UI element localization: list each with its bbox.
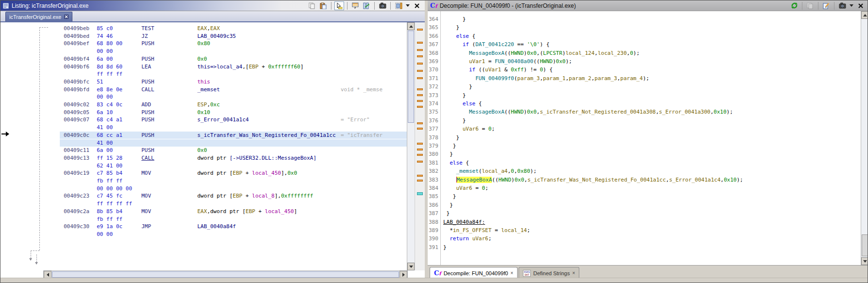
- marker-tick[interactable]: [417, 63, 423, 65]
- listing-row[interactable]: 00409c23c7 45 fcMOVdword ptr [EBP + loca…: [0, 192, 407, 200]
- listing-row[interactable]: 00409c30e9 1a 0cJMPLAB_0040a84f: [0, 223, 407, 231]
- listing-vertical-scrollbar[interactable]: [407, 22, 415, 270]
- listing-row[interactable]: 00409c0768 c4 a1PUSHs_Error_0041a1c4= "E…: [0, 116, 407, 124]
- code-line[interactable]: 379 }: [428, 142, 860, 150]
- code-line[interactable]: 375 MessageBoxA((HWND)0x0,s_icTransfer_N…: [428, 108, 860, 116]
- scrollbar-thumb[interactable]: [52, 271, 399, 278]
- code-line[interactable]: 378 }: [428, 133, 860, 142]
- listing-row[interactable]: 00409c0c68 cc a1PUSHs_icTransfer_Was_Not…: [0, 132, 407, 139]
- tab-defined-strings[interactable]: 0101DATDefined Strings×: [519, 267, 579, 279]
- listing-row[interactable]: 41 00: [0, 124, 407, 132]
- listing-row[interactable]: 00409bf68d 8d 60LEAthis=>local_a4,[EBP +…: [0, 63, 407, 71]
- listing-row[interactable]: 00409bf46a 00PUSH0x0: [0, 55, 407, 63]
- marker-tick[interactable]: [417, 175, 423, 177]
- listing-row[interactable]: ff ff ff ff: [0, 200, 407, 208]
- paste-button[interactable]: [318, 1, 328, 10]
- listing-row[interactable]: 41 00: [0, 139, 407, 147]
- marker-tick[interactable]: [417, 143, 423, 145]
- scroll-up-button[interactable]: [861, 11, 868, 19]
- scroll-left-button[interactable]: [44, 271, 52, 278]
- tab-decompile-fun-004099f0[interactable]: CfDecompile: FUN_004099f0×: [430, 267, 518, 279]
- edit-button[interactable]: [821, 1, 831, 10]
- listing-row[interactable]: 00409bed74 46JZLAB_00409c35: [0, 33, 407, 40]
- dropdown-arrow-icon[interactable]: [406, 4, 410, 7]
- code-line[interactable]: 387 }: [428, 209, 860, 217]
- marker-tick[interactable]: [417, 88, 423, 90]
- marker-tick[interactable]: [417, 70, 423, 72]
- code-line[interactable]: 386 }: [428, 201, 860, 209]
- cursor-tool-button[interactable]: [334, 1, 344, 10]
- marker-tick-cyan[interactable]: [417, 192, 423, 195]
- code-line[interactable]: 373 }: [428, 91, 860, 100]
- tab-close-icon[interactable]: ×: [572, 270, 575, 276]
- listing-row[interactable]: 00409bfde8 8e 0eCALL_memsetvoid * _memse: [0, 86, 407, 94]
- code-line[interactable]: 369 uVar1 = FUN_00408a00((HWND)0x0);: [428, 57, 860, 66]
- code-line[interactable]: 382 _memset(local_a4,0,0x80);: [428, 167, 860, 175]
- listing-row[interactable]: 00409c116a 00PUSH0x0: [0, 147, 407, 154]
- scrollbar-thumb[interactable]: [862, 234, 868, 256]
- marker-tick[interactable]: [417, 180, 423, 182]
- copy-button[interactable]: [805, 1, 815, 10]
- scroll-down-button[interactable]: [861, 257, 868, 265]
- marker-tick[interactable]: [417, 55, 423, 57]
- close-decompile-button[interactable]: [856, 1, 866, 10]
- scroll-right-button[interactable]: [399, 271, 407, 278]
- marker-tick[interactable]: [417, 100, 423, 102]
- marker-tick[interactable]: [417, 29, 423, 31]
- listing-row[interactable]: 00 00: [0, 48, 407, 55]
- marker-tick[interactable]: [417, 49, 423, 51]
- copy-button[interactable]: [307, 1, 317, 10]
- listing-row[interactable]: 00409bef68 80 00PUSH0x80: [0, 40, 407, 48]
- code-line[interactable]: 368 MessageBoxA((HWND)0x0,(LPCSTR)local_…: [428, 49, 860, 57]
- tab-ictransferoriginal[interactable]: icTransferOriginal.exe: [5, 12, 72, 21]
- listing-row[interactable]: 00 00: [0, 231, 407, 238]
- code-line[interactable]: 383 MessageBoxA((HWND)0x0,s_icTransfer_W…: [428, 176, 860, 184]
- marker-tick[interactable]: [417, 161, 423, 163]
- code-line[interactable]: 372 }: [428, 83, 860, 91]
- tab-close-icon[interactable]: ×: [510, 270, 513, 276]
- code-line[interactable]: 365 }: [428, 23, 860, 32]
- scroll-up-button[interactable]: [407, 22, 415, 30]
- code-line[interactable]: 384 uVar6 = 0;: [428, 184, 860, 192]
- code-line[interactable]: 380 }: [428, 150, 860, 158]
- marker-margin[interactable]: [415, 22, 425, 270]
- marker-tick[interactable]: [417, 122, 423, 124]
- code-line[interactable]: 389 *in_FS_OFFSET = local_14;: [428, 226, 860, 234]
- listing-row[interactable]: ff ff ff: [0, 70, 407, 78]
- code-line[interactable]: 391}: [428, 243, 860, 251]
- close-listing-button[interactable]: [412, 1, 422, 10]
- code-line[interactable]: 364 }: [428, 15, 860, 23]
- listing-row[interactable]: fb ff ff: [0, 216, 407, 223]
- listing-row[interactable]: 00409beb85 c0TESTEAX,EAX: [0, 25, 407, 33]
- code-line[interactable]: 388LAB_0040a84f:: [428, 218, 860, 226]
- code-line[interactable]: 376 }: [428, 117, 860, 125]
- listing-row[interactable]: 00409c19c7 85 b4MOVdword ptr [EBP + loca…: [0, 169, 407, 177]
- marker-tick[interactable]: [417, 149, 423, 150]
- listing-row[interactable]: 00 00: [0, 93, 407, 101]
- refresh-button[interactable]: [789, 1, 799, 10]
- tab-close-icon[interactable]: [64, 15, 69, 19]
- code-line[interactable]: 385 }: [428, 192, 860, 200]
- snapshot-button[interactable]: [378, 1, 387, 10]
- marker-tick[interactable]: [417, 106, 423, 108]
- listing-row[interactable]: 62 41 00: [0, 162, 407, 170]
- marker-tick[interactable]: [417, 42, 423, 44]
- listing-row[interactable]: fb ff ff: [0, 177, 407, 185]
- listing-row[interactable]: 00409c2a8b 85 b4MOVEAX,dword ptr [EBP + …: [0, 208, 407, 216]
- code-line[interactable]: 381 else {: [428, 159, 860, 167]
- listing-row[interactable]: 00409c13ff 15 28CALLdword ptr [->USER32.…: [0, 154, 407, 162]
- table-view-button[interactable]: [350, 1, 360, 10]
- listing-row[interactable]: 00409c056a 10PUSH0x10: [0, 109, 407, 117]
- code-line[interactable]: 367 if (DAT_0041c220 == '\0') {: [428, 40, 860, 49]
- edit-columns-button[interactable]: [362, 1, 371, 10]
- code-line[interactable]: 390 return uVar6;: [428, 234, 860, 243]
- code-line[interactable]: 377 uVar6 = 0;: [428, 125, 860, 133]
- scrollbar-thumb[interactable]: [408, 31, 414, 123]
- listing-row[interactable]: 00409bfc51PUSHthis: [0, 78, 407, 86]
- marker-tick[interactable]: [417, 154, 423, 156]
- listing-row[interactable]: 00409c0283 c4 0cADDESP,0xc: [0, 101, 407, 109]
- marker-tick[interactable]: [417, 128, 423, 130]
- panel-options-button[interactable]: [394, 1, 403, 10]
- decompile-vertical-scrollbar[interactable]: [861, 11, 868, 265]
- code-line[interactable]: 366 else {: [428, 32, 860, 40]
